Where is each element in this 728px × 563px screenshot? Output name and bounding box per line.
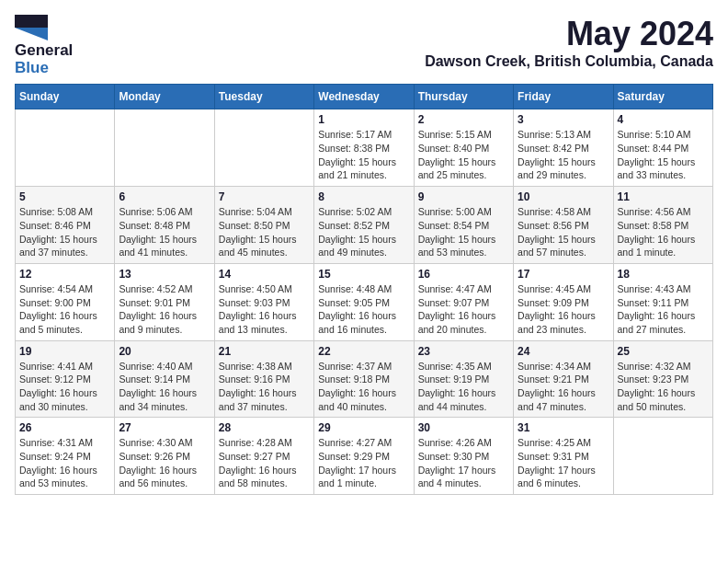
- calendar-cell: 8Sunrise: 5:02 AMSunset: 8:52 PMDaylight…: [314, 187, 414, 264]
- day-info: Sunrise: 5:13 AMSunset: 8:42 PMDaylight:…: [518, 128, 609, 182]
- logo-general-text: General: [15, 42, 73, 60]
- calendar-cell: 11Sunrise: 4:56 AMSunset: 8:58 PMDayligh…: [613, 187, 712, 264]
- day-number: 25: [618, 345, 709, 358]
- calendar-cell: 2Sunrise: 5:15 AMSunset: 8:40 PMDaylight…: [414, 109, 513, 187]
- header-tuesday: Tuesday: [214, 85, 313, 109]
- calendar-table: Sunday Monday Tuesday Wednesday Thursday…: [15, 84, 713, 495]
- day-info: Sunrise: 4:43 AMSunset: 9:11 PMDaylight:…: [618, 282, 709, 337]
- day-info: Sunrise: 4:34 AMSunset: 9:21 PMDaylight:…: [518, 360, 609, 414]
- day-info: Sunrise: 4:32 AMSunset: 9:23 PMDaylight:…: [618, 360, 709, 414]
- day-number: 10: [518, 190, 609, 203]
- calendar-cell: [613, 418, 712, 495]
- calendar-cell: 30Sunrise: 4:26 AMSunset: 9:30 PMDayligh…: [414, 418, 513, 495]
- day-info: Sunrise: 4:58 AMSunset: 8:56 PMDaylight:…: [518, 205, 609, 259]
- week-row-5: 26Sunrise: 4:31 AMSunset: 9:24 PMDayligh…: [16, 418, 713, 495]
- title-area: May 2024 Dawson Creek, British Columbia,…: [425, 15, 713, 70]
- day-number: 20: [119, 345, 210, 358]
- day-info: Sunrise: 4:56 AMSunset: 8:58 PMDaylight:…: [618, 205, 709, 259]
- day-info: Sunrise: 4:40 AMSunset: 9:14 PMDaylight:…: [119, 360, 210, 414]
- svg-rect-0: [15, 15, 48, 28]
- day-number: 19: [19, 345, 110, 358]
- calendar-header-row: Sunday Monday Tuesday Wednesday Thursday…: [16, 85, 713, 109]
- calendar-cell: 14Sunrise: 4:50 AMSunset: 9:03 PMDayligh…: [214, 263, 313, 340]
- day-info: Sunrise: 5:06 AMSunset: 8:48 PMDaylight:…: [119, 205, 210, 259]
- calendar-cell: 1Sunrise: 5:17 AMSunset: 8:38 PMDaylight…: [314, 109, 414, 187]
- calendar-cell: 31Sunrise: 4:25 AMSunset: 9:31 PMDayligh…: [514, 418, 613, 495]
- day-info: Sunrise: 5:00 AMSunset: 8:54 PMDaylight:…: [418, 205, 509, 259]
- day-number: 12: [19, 268, 110, 281]
- week-row-4: 19Sunrise: 4:41 AMSunset: 9:12 PMDayligh…: [16, 340, 713, 418]
- day-info: Sunrise: 4:50 AMSunset: 9:03 PMDaylight:…: [219, 282, 310, 337]
- calendar-cell: 13Sunrise: 4:52 AMSunset: 9:01 PMDayligh…: [115, 263, 214, 340]
- day-info: Sunrise: 4:28 AMSunset: 9:27 PMDaylight:…: [219, 436, 310, 490]
- day-number: 31: [518, 421, 609, 434]
- logo: General Blue: [15, 15, 73, 76]
- day-info: Sunrise: 4:25 AMSunset: 9:31 PMDaylight:…: [518, 436, 609, 490]
- day-number: 28: [219, 421, 310, 434]
- day-info: Sunrise: 4:37 AMSunset: 9:18 PMDaylight:…: [318, 360, 409, 414]
- calendar-cell: [16, 109, 115, 187]
- week-row-1: 1Sunrise: 5:17 AMSunset: 8:38 PMDaylight…: [16, 109, 713, 187]
- calendar-cell: 27Sunrise: 4:30 AMSunset: 9:26 PMDayligh…: [115, 418, 214, 495]
- svg-marker-1: [15, 28, 48, 40]
- day-info: Sunrise: 4:31 AMSunset: 9:24 PMDaylight:…: [19, 436, 110, 490]
- header-thursday: Thursday: [414, 85, 513, 109]
- day-number: 16: [418, 268, 509, 281]
- day-number: 5: [19, 190, 110, 203]
- day-number: 29: [318, 421, 409, 434]
- day-info: Sunrise: 4:30 AMSunset: 9:26 PMDaylight:…: [119, 436, 210, 490]
- day-number: 4: [618, 113, 709, 126]
- day-info: Sunrise: 4:26 AMSunset: 9:30 PMDaylight:…: [418, 436, 509, 490]
- header-monday: Monday: [115, 85, 214, 109]
- logo-blue-text: Blue: [15, 60, 73, 77]
- calendar-cell: 21Sunrise: 4:38 AMSunset: 9:16 PMDayligh…: [214, 340, 313, 418]
- month-title: May 2024: [425, 15, 713, 53]
- day-number: 18: [618, 268, 709, 281]
- calendar-cell: 26Sunrise: 4:31 AMSunset: 9:24 PMDayligh…: [16, 418, 115, 495]
- day-info: Sunrise: 4:38 AMSunset: 9:16 PMDaylight:…: [219, 360, 310, 414]
- day-info: Sunrise: 4:41 AMSunset: 9:12 PMDaylight:…: [19, 360, 110, 414]
- calendar-cell: 7Sunrise: 5:04 AMSunset: 8:50 PMDaylight…: [214, 187, 313, 264]
- calendar-cell: 5Sunrise: 5:08 AMSunset: 8:46 PMDaylight…: [16, 187, 115, 264]
- calendar-cell: 9Sunrise: 5:00 AMSunset: 8:54 PMDaylight…: [414, 187, 513, 264]
- day-info: Sunrise: 5:02 AMSunset: 8:52 PMDaylight:…: [318, 205, 409, 259]
- day-number: 26: [19, 421, 110, 434]
- day-number: 23: [418, 345, 509, 358]
- calendar-cell: 4Sunrise: 5:10 AMSunset: 8:44 PMDaylight…: [613, 109, 712, 187]
- day-info: Sunrise: 5:08 AMSunset: 8:46 PMDaylight:…: [19, 205, 110, 259]
- calendar-cell: 6Sunrise: 5:06 AMSunset: 8:48 PMDaylight…: [115, 187, 214, 264]
- calendar-cell: [115, 109, 214, 187]
- calendar-cell: 29Sunrise: 4:27 AMSunset: 9:29 PMDayligh…: [314, 418, 414, 495]
- page-header: General Blue May 2024 Dawson Creek, Brit…: [15, 15, 713, 76]
- day-number: 21: [219, 345, 310, 358]
- day-number: 15: [318, 268, 409, 281]
- day-info: Sunrise: 5:17 AMSunset: 8:38 PMDaylight:…: [318, 128, 409, 182]
- logo-icon: [15, 15, 48, 40]
- day-info: Sunrise: 4:47 AMSunset: 9:07 PMDaylight:…: [418, 282, 509, 337]
- day-info: Sunrise: 4:54 AMSunset: 9:00 PMDaylight:…: [19, 282, 110, 337]
- day-info: Sunrise: 4:48 AMSunset: 9:05 PMDaylight:…: [318, 282, 409, 337]
- day-number: 24: [518, 345, 609, 358]
- day-info: Sunrise: 4:27 AMSunset: 9:29 PMDaylight:…: [318, 436, 409, 490]
- day-number: 2: [418, 113, 509, 126]
- day-info: Sunrise: 5:10 AMSunset: 8:44 PMDaylight:…: [618, 128, 709, 182]
- calendar-cell: 15Sunrise: 4:48 AMSunset: 9:05 PMDayligh…: [314, 263, 414, 340]
- calendar-cell: 19Sunrise: 4:41 AMSunset: 9:12 PMDayligh…: [16, 340, 115, 418]
- day-number: 27: [119, 421, 210, 434]
- day-number: 17: [518, 268, 609, 281]
- day-number: 9: [418, 190, 509, 203]
- calendar-cell: 25Sunrise: 4:32 AMSunset: 9:23 PMDayligh…: [613, 340, 712, 418]
- calendar-cell: 23Sunrise: 4:35 AMSunset: 9:19 PMDayligh…: [414, 340, 513, 418]
- day-info: Sunrise: 5:15 AMSunset: 8:40 PMDaylight:…: [418, 128, 509, 182]
- header-sunday: Sunday: [16, 85, 115, 109]
- week-row-2: 5Sunrise: 5:08 AMSunset: 8:46 PMDaylight…: [16, 187, 713, 264]
- day-number: 7: [219, 190, 310, 203]
- day-info: Sunrise: 4:35 AMSunset: 9:19 PMDaylight:…: [418, 360, 509, 414]
- calendar-cell: 18Sunrise: 4:43 AMSunset: 9:11 PMDayligh…: [613, 263, 712, 340]
- calendar-cell: 28Sunrise: 4:28 AMSunset: 9:27 PMDayligh…: [214, 418, 313, 495]
- day-number: 11: [618, 190, 709, 203]
- day-number: 14: [219, 268, 310, 281]
- week-row-3: 12Sunrise: 4:54 AMSunset: 9:00 PMDayligh…: [16, 263, 713, 340]
- day-info: Sunrise: 4:52 AMSunset: 9:01 PMDaylight:…: [119, 282, 210, 337]
- day-number: 13: [119, 268, 210, 281]
